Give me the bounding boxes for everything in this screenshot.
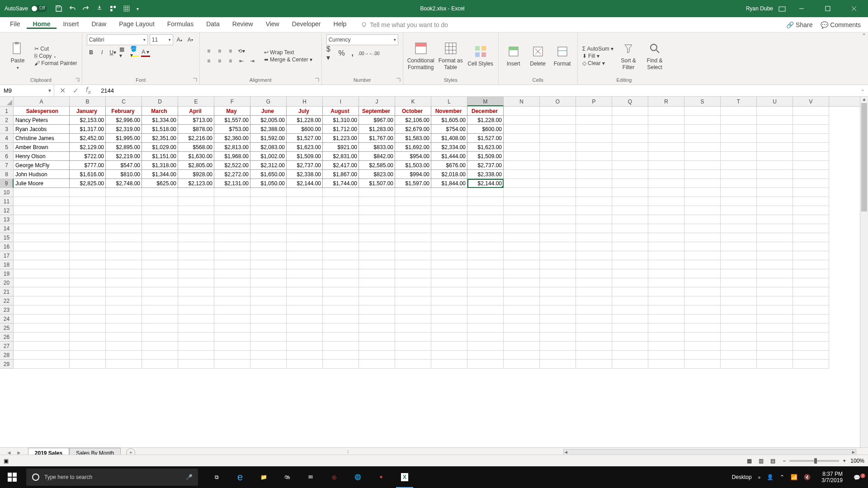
cell[interactable]	[106, 287, 142, 296]
cell[interactable]	[684, 170, 721, 179]
cell[interactable]	[648, 324, 684, 333]
cell[interactable]	[504, 305, 540, 314]
conditional-formatting-button[interactable]: Conditional Formatting	[408, 41, 434, 70]
zoom-level[interactable]: 100%	[850, 458, 864, 464]
tab-home[interactable]: Home	[27, 20, 57, 29]
cell[interactable]	[431, 305, 467, 314]
tab-review[interactable]: Review	[226, 20, 259, 28]
cell[interactable]	[142, 188, 178, 197]
cell[interactable]	[684, 188, 721, 197]
cell[interactable]: $833.00	[359, 143, 395, 152]
mic-icon[interactable]: 🎤	[186, 474, 193, 480]
cell[interactable]	[178, 269, 214, 278]
cell[interactable]: $954.00	[395, 152, 431, 161]
cell[interactable]	[684, 242, 721, 251]
cell[interactable]	[359, 233, 395, 242]
increase-font-icon[interactable]: A▴	[175, 35, 184, 44]
cell[interactable]	[14, 305, 70, 314]
cell[interactable]: February	[106, 107, 142, 116]
cell[interactable]	[757, 242, 793, 251]
cell[interactable]	[793, 360, 829, 369]
cell[interactable]	[431, 215, 467, 224]
cell[interactable]	[106, 269, 142, 278]
cell[interactable]	[287, 269, 323, 278]
cell[interactable]	[648, 233, 684, 242]
cell[interactable]	[287, 188, 323, 197]
close-button[interactable]	[844, 0, 864, 17]
cell[interactable]	[214, 269, 250, 278]
cell[interactable]	[684, 305, 721, 314]
cell[interactable]	[757, 170, 793, 179]
cell[interactable]	[214, 324, 250, 333]
cell[interactable]	[14, 287, 70, 296]
cell[interactable]	[323, 233, 359, 242]
cell[interactable]: Amber Brown	[14, 143, 70, 152]
cell[interactable]: $2,737.00	[287, 161, 323, 170]
cell[interactable]: $1,002.00	[250, 152, 287, 161]
cell[interactable]	[576, 287, 612, 296]
cell[interactable]	[612, 143, 648, 152]
cell[interactable]	[178, 224, 214, 233]
cell[interactable]	[14, 188, 70, 197]
cell[interactable]	[287, 342, 323, 351]
cell[interactable]: August	[323, 107, 359, 116]
cell[interactable]	[504, 333, 540, 342]
cell[interactable]: $1,527.00	[467, 134, 504, 143]
cell[interactable]	[576, 215, 612, 224]
cell[interactable]: $1,318.00	[142, 161, 178, 170]
cell[interactable]	[540, 143, 576, 152]
cell[interactable]	[142, 278, 178, 287]
cell[interactable]	[395, 305, 431, 314]
cell[interactable]	[612, 260, 648, 269]
percent-format-icon[interactable]: %	[337, 49, 346, 58]
cell[interactable]	[431, 206, 467, 215]
clipboard-dialog-icon[interactable]	[75, 77, 80, 83]
cell[interactable]	[178, 251, 214, 260]
cell[interactable]	[648, 107, 684, 116]
cell[interactable]	[395, 269, 431, 278]
cell[interactable]: $1,650.00	[250, 170, 287, 179]
row-header[interactable]: 19	[0, 269, 14, 278]
cell[interactable]	[576, 170, 612, 179]
cell[interactable]	[323, 305, 359, 314]
file-explorer-icon[interactable]: 📁	[253, 466, 274, 488]
border-button[interactable]: ▦ ▾	[119, 48, 128, 57]
cell[interactable]	[684, 333, 721, 342]
cell[interactable]	[287, 305, 323, 314]
cell[interactable]	[359, 333, 395, 342]
cell[interactable]	[757, 197, 793, 206]
cell[interactable]	[684, 179, 721, 188]
cell[interactable]: $2,144.00	[467, 179, 504, 188]
cell[interactable]	[793, 233, 829, 242]
cell[interactable]	[721, 152, 757, 161]
cell[interactable]	[757, 333, 793, 342]
cell[interactable]	[70, 188, 106, 197]
cell[interactable]	[612, 161, 648, 170]
enter-formula-icon[interactable]: ✓	[73, 86, 79, 95]
cell[interactable]	[287, 206, 323, 215]
cell[interactable]	[793, 197, 829, 206]
cell[interactable]	[793, 188, 829, 197]
cell[interactable]	[721, 206, 757, 215]
cell[interactable]	[14, 215, 70, 224]
cell[interactable]	[214, 333, 250, 342]
cell[interactable]: $2,805.00	[178, 161, 214, 170]
wifi-icon[interactable]: 📶	[791, 474, 797, 480]
cell[interactable]	[323, 224, 359, 233]
cell[interactable]	[70, 233, 106, 242]
app-icon-1[interactable]: ◎	[324, 466, 344, 488]
cell[interactable]	[576, 260, 612, 269]
cell[interactable]	[721, 242, 757, 251]
excel-taskbar-icon[interactable]: X	[394, 466, 415, 488]
record-macro-icon[interactable]: ▣	[4, 458, 9, 464]
cell[interactable]	[323, 324, 359, 333]
cell[interactable]	[250, 360, 287, 369]
cell[interactable]	[142, 342, 178, 351]
align-center-icon[interactable]: ≡	[215, 56, 224, 66]
spreadsheet-grid[interactable]: ABCDEFGHIJKLMNOPQRSTUV 1SalespersonJanua…	[0, 97, 860, 468]
cell[interactable]	[648, 206, 684, 215]
row-header[interactable]: 7	[0, 161, 14, 170]
cell[interactable]	[684, 116, 721, 125]
save-icon[interactable]	[55, 5, 62, 12]
cell[interactable]: $2,338.00	[467, 170, 504, 179]
